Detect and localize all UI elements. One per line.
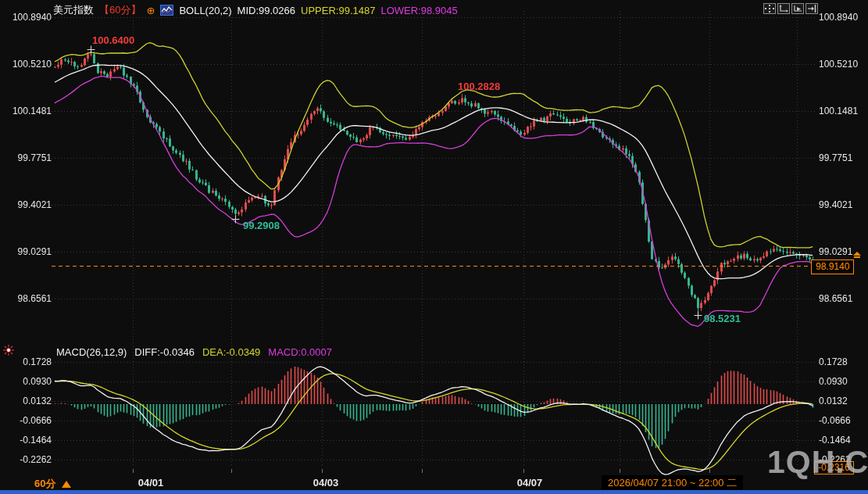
last-price-box: 98.9140 [811,260,854,274]
period-selector-label: 60分 [34,477,55,491]
y-axis-scale-icon[interactable] [777,3,790,14]
bottom-scroll-strip[interactable] [0,490,868,494]
candlestick-chart-canvas[interactable] [0,0,868,494]
main-axis-left-tick-0: 100.8940 [5,12,52,23]
crosshair-time-box: 2026/04/07 21:00 ~ 22:00 二 [602,475,743,492]
main-axis-left-tick-4: 99.4021 [5,199,52,210]
main-axis-left-tick-2: 100.1481 [5,106,52,116]
macd-axis-right-tick-1: 0.0930 [819,376,848,387]
main-axis-right-tick-5: 99.0291 [819,246,852,257]
macd-header: MACD(26,12,9) DIFF:-0.0346 DEA:-0.0349 M… [56,346,332,358]
main-axis-right-tick-2: 100.1481 [819,106,858,116]
macd-axis-right-tick-3: -0.0666 [819,415,851,426]
add-indicator-icon[interactable]: ⊕ [146,5,155,16]
main-axis-left-tick-6: 98.6561 [5,293,52,304]
macd-axis-right-tick-0: 0.1728 [819,356,848,367]
time-axis-bar: 60分 04/01 04/03 04/07 2026/04/07 21:00 ~… [0,474,868,491]
main-axis-right-tick-4: 99.4021 [819,199,852,210]
macd-axis-left-tick-3: -0.0666 [5,415,52,426]
macd-axis-left-tick-2: 0.0132 [5,396,52,406]
macd-last-value-box: -0.2316 [814,461,854,474]
period-tag[interactable]: 【60分】 [99,3,141,17]
boll-params-label: BOLL(20,2) [179,5,231,16]
pan-tool-icon[interactable] [763,3,776,14]
annotation-high-2: 100.2828 [458,81,500,92]
main-axis-right-tick-6: 98.6561 [819,293,852,304]
macd-axis-left-tick-1: 0.0930 [5,376,52,387]
date-label-2: 04/03 [302,477,349,489]
main-axis-right-tick-3: 99.7751 [819,152,852,163]
main-axis-left-tick-1: 100.5210 [5,59,52,70]
chart-toolbar [763,3,818,14]
macd-params-label: MACD(26,12,9) [56,346,127,358]
macd-dea-value: DEA:-0.0349 [202,346,260,358]
boll-mid-value: MID:99.0266 [238,5,295,16]
jump-to-latest-icon[interactable] [852,252,862,260]
macd-axis-left-tick-5: -0.2262 [5,454,52,465]
symbol-name: 美元指数 [53,3,94,17]
collapse-right-icon[interactable] [805,3,818,14]
x-axis-scale-icon[interactable] [791,3,804,14]
boll-lower-value: LOWER:98.9045 [380,5,457,16]
macd-axis-right-tick-2: 0.0132 [819,396,848,406]
indicator-settings-icon[interactable] [3,345,14,359]
date-label-3: 04/07 [506,477,553,489]
annotation-low-1: 99.2908 [243,220,280,231]
period-selector[interactable]: 60分 [34,477,71,491]
macd-diff-value: DIFF:-0.0346 [134,346,195,358]
date-label-1: 04/01 [127,477,174,489]
main-axis-right-tick-1: 100.5210 [819,59,858,70]
chart-header: 美元指数 【60分】 ⊕ BOLL(20,2) MID:99.0266 UPPE… [53,3,458,17]
annotation-low-2: 98.5231 [704,313,741,324]
triangle-up-icon [62,481,71,488]
main-axis-right-tick-0: 100.8940 [819,12,858,23]
macd-axis-right-tick-4: -0.1464 [819,435,851,446]
main-axis-left-tick-5: 99.0291 [5,246,52,257]
main-axis-left-tick-3: 99.7751 [5,152,52,163]
annotation-high-1: 100.6400 [92,34,134,46]
kline-chart-icon[interactable] [160,5,173,16]
boll-upper-value: UPPER:99.1487 [301,5,375,16]
trading-chart-app: 美元指数 【60分】 ⊕ BOLL(20,2) MID:99.0266 UPPE… [0,0,868,494]
macd-macd-value: MACD:0.0007 [268,346,332,358]
macd-axis-left-tick-4: -0.1464 [5,435,52,446]
